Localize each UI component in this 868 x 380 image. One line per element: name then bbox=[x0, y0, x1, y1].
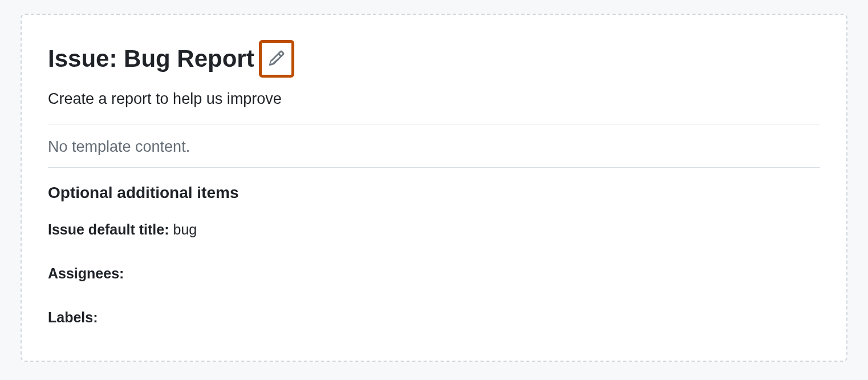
pencil-icon bbox=[268, 50, 285, 68]
optional-section-heading: Optional additional items bbox=[48, 184, 820, 202]
labels-row: Labels: bbox=[48, 309, 820, 326]
template-card: Issue: Bug Report Create a report to hel… bbox=[21, 14, 847, 362]
assignees-row: Assignees: bbox=[48, 265, 820, 282]
edit-button[interactable] bbox=[259, 40, 294, 78]
title-row: Issue: Bug Report bbox=[48, 40, 820, 78]
page-container: Issue: Bug Report Create a report to hel… bbox=[0, 0, 868, 375]
default-title-row: Issue default title: bug bbox=[48, 221, 820, 238]
template-title: Issue: Bug Report bbox=[48, 46, 254, 72]
labels-label: Labels: bbox=[48, 309, 98, 325]
template-description: Create a report to help us improve bbox=[48, 90, 820, 108]
default-title-label: Issue default title: bbox=[48, 221, 169, 237]
default-title-value: bug bbox=[173, 221, 197, 237]
divider bbox=[48, 124, 820, 124]
divider bbox=[48, 167, 820, 168]
empty-template-message: No template content. bbox=[48, 138, 820, 156]
assignees-label: Assignees: bbox=[48, 265, 124, 281]
